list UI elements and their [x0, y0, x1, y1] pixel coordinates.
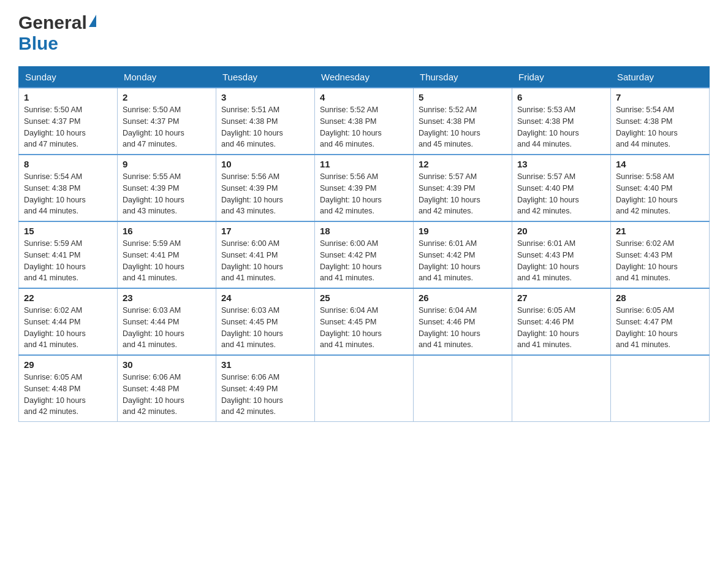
day-number: 16 — [123, 226, 211, 236]
day-number: 22 — [24, 293, 112, 303]
calendar-cell: 6 Sunrise: 5:53 AMSunset: 4:38 PMDayligh… — [512, 88, 611, 155]
day-number: 19 — [419, 226, 507, 236]
calendar-cell: 9 Sunrise: 5:55 AMSunset: 4:39 PMDayligh… — [118, 155, 216, 221]
day-info: Sunrise: 6:06 AMSunset: 4:48 PMDaylight:… — [123, 373, 184, 416]
day-number: 26 — [419, 293, 507, 303]
day-info: Sunrise: 5:56 AMSunset: 4:39 PMDaylight:… — [221, 172, 283, 215]
calendar-cell: 25 Sunrise: 6:04 AMSunset: 4:45 PMDaylig… — [315, 288, 414, 355]
day-info: Sunrise: 6:06 AMSunset: 4:49 PMDaylight:… — [221, 373, 283, 416]
calendar-cell: 30 Sunrise: 6:06 AMSunset: 4:48 PMDaylig… — [118, 355, 216, 422]
logo-triangle-icon — [89, 15, 96, 27]
calendar-cell: 20 Sunrise: 6:01 AMSunset: 4:43 PMDaylig… — [512, 221, 611, 288]
day-info: Sunrise: 5:52 AMSunset: 4:38 PMDaylight:… — [419, 105, 480, 148]
day-number: 3 — [221, 92, 309, 102]
day-number: 13 — [517, 159, 605, 169]
calendar-week-row: 8 Sunrise: 5:54 AMSunset: 4:38 PMDayligh… — [19, 155, 710, 221]
weekday-header-thursday: Thursday — [414, 67, 512, 88]
day-info: Sunrise: 5:51 AMSunset: 4:38 PMDaylight:… — [221, 105, 283, 148]
calendar-week-row: 22 Sunrise: 6:02 AMSunset: 4:44 PMDaylig… — [19, 288, 710, 355]
weekday-header-tuesday: Tuesday — [216, 67, 315, 88]
day-number: 1 — [24, 92, 112, 102]
calendar-cell: 13 Sunrise: 5:57 AMSunset: 4:40 PMDaylig… — [512, 155, 611, 221]
day-info: Sunrise: 6:00 AMSunset: 4:41 PMDaylight:… — [221, 239, 283, 282]
day-number: 9 — [123, 159, 211, 169]
weekday-header-saturday: Saturday — [611, 67, 710, 88]
day-info: Sunrise: 5:52 AMSunset: 4:38 PMDaylight:… — [320, 105, 382, 148]
day-number: 12 — [419, 159, 507, 169]
day-info: Sunrise: 6:01 AMSunset: 4:42 PMDaylight:… — [419, 239, 480, 282]
calendar-cell: 11 Sunrise: 5:56 AMSunset: 4:39 PMDaylig… — [315, 155, 414, 221]
day-number: 14 — [616, 159, 704, 169]
day-number: 10 — [221, 159, 309, 169]
calendar-cell: 31 Sunrise: 6:06 AMSunset: 4:49 PMDaylig… — [216, 355, 315, 422]
day-info: Sunrise: 6:04 AMSunset: 4:45 PMDaylight:… — [320, 306, 382, 349]
calendar-cell: 10 Sunrise: 5:56 AMSunset: 4:39 PMDaylig… — [216, 155, 315, 221]
day-number: 8 — [24, 159, 112, 169]
logo-general: General — [18, 12, 87, 33]
calendar-cell: 16 Sunrise: 5:59 AMSunset: 4:41 PMDaylig… — [118, 221, 216, 288]
calendar-cell: 2 Sunrise: 5:50 AMSunset: 4:37 PMDayligh… — [118, 88, 216, 155]
day-info: Sunrise: 5:53 AMSunset: 4:38 PMDaylight:… — [517, 105, 579, 148]
day-info: Sunrise: 5:54 AMSunset: 4:38 PMDaylight:… — [24, 172, 86, 215]
calendar-cell — [512, 355, 611, 422]
day-info: Sunrise: 5:50 AMSunset: 4:37 PMDaylight:… — [24, 105, 86, 148]
day-number: 20 — [517, 226, 605, 236]
calendar-cell: 1 Sunrise: 5:50 AMSunset: 4:37 PMDayligh… — [19, 88, 118, 155]
calendar-cell: 5 Sunrise: 5:52 AMSunset: 4:38 PMDayligh… — [414, 88, 512, 155]
weekday-header-row: SundayMondayTuesdayWednesdayThursdayFrid… — [19, 67, 710, 88]
weekday-header-monday: Monday — [118, 67, 216, 88]
calendar-cell: 23 Sunrise: 6:03 AMSunset: 4:44 PMDaylig… — [118, 288, 216, 355]
calendar-cell: 28 Sunrise: 6:05 AMSunset: 4:47 PMDaylig… — [611, 288, 710, 355]
calendar-week-row: 15 Sunrise: 5:59 AMSunset: 4:41 PMDaylig… — [19, 221, 710, 288]
calendar-cell — [315, 355, 414, 422]
calendar-table: SundayMondayTuesdayWednesdayThursdayFrid… — [18, 66, 710, 422]
day-number: 18 — [320, 226, 408, 236]
day-info: Sunrise: 6:05 AMSunset: 4:48 PMDaylight:… — [24, 373, 86, 416]
calendar-cell: 12 Sunrise: 5:57 AMSunset: 4:39 PMDaylig… — [414, 155, 512, 221]
day-info: Sunrise: 5:57 AMSunset: 4:40 PMDaylight:… — [517, 172, 579, 215]
day-number: 27 — [517, 293, 605, 303]
logo-blue: Blue — [18, 33, 58, 53]
logo: General Blue — [18, 12, 96, 54]
day-info: Sunrise: 5:55 AMSunset: 4:39 PMDaylight:… — [123, 172, 184, 215]
calendar-cell: 17 Sunrise: 6:00 AMSunset: 4:41 PMDaylig… — [216, 221, 315, 288]
day-info: Sunrise: 6:02 AMSunset: 4:44 PMDaylight:… — [24, 306, 86, 349]
day-info: Sunrise: 5:56 AMSunset: 4:39 PMDaylight:… — [320, 172, 382, 215]
calendar-cell: 7 Sunrise: 5:54 AMSunset: 4:38 PMDayligh… — [611, 88, 710, 155]
day-number: 29 — [24, 359, 112, 370]
day-number: 2 — [123, 92, 211, 102]
day-number: 28 — [616, 293, 704, 303]
day-info: Sunrise: 6:04 AMSunset: 4:46 PMDaylight:… — [419, 306, 480, 349]
day-number: 31 — [221, 359, 309, 370]
calendar-cell: 18 Sunrise: 6:00 AMSunset: 4:42 PMDaylig… — [315, 221, 414, 288]
day-number: 4 — [320, 92, 408, 102]
calendar-cell: 27 Sunrise: 6:05 AMSunset: 4:46 PMDaylig… — [512, 288, 611, 355]
day-info: Sunrise: 5:58 AMSunset: 4:40 PMDaylight:… — [616, 172, 678, 215]
day-number: 17 — [221, 226, 309, 236]
calendar-cell: 29 Sunrise: 6:05 AMSunset: 4:48 PMDaylig… — [19, 355, 118, 422]
day-info: Sunrise: 6:00 AMSunset: 4:42 PMDaylight:… — [320, 239, 382, 282]
calendar-cell: 24 Sunrise: 6:03 AMSunset: 4:45 PMDaylig… — [216, 288, 315, 355]
day-number: 15 — [24, 226, 112, 236]
day-number: 25 — [320, 293, 408, 303]
day-number: 23 — [123, 293, 211, 303]
calendar-cell: 4 Sunrise: 5:52 AMSunset: 4:38 PMDayligh… — [315, 88, 414, 155]
day-number: 30 — [123, 359, 211, 370]
calendar-cell — [414, 355, 512, 422]
calendar-cell — [611, 355, 710, 422]
day-number: 6 — [517, 92, 605, 102]
day-info: Sunrise: 5:54 AMSunset: 4:38 PMDaylight:… — [616, 105, 678, 148]
day-number: 21 — [616, 226, 704, 236]
day-info: Sunrise: 6:02 AMSunset: 4:43 PMDaylight:… — [616, 239, 678, 282]
day-info: Sunrise: 6:03 AMSunset: 4:44 PMDaylight:… — [123, 306, 184, 349]
calendar-cell: 15 Sunrise: 5:59 AMSunset: 4:41 PMDaylig… — [19, 221, 118, 288]
calendar-cell: 14 Sunrise: 5:58 AMSunset: 4:40 PMDaylig… — [611, 155, 710, 221]
calendar-week-row: 1 Sunrise: 5:50 AMSunset: 4:37 PMDayligh… — [19, 88, 710, 155]
page-header: General Blue — [18, 12, 710, 54]
day-info: Sunrise: 6:01 AMSunset: 4:43 PMDaylight:… — [517, 239, 579, 282]
day-number: 7 — [616, 92, 704, 102]
calendar-cell: 22 Sunrise: 6:02 AMSunset: 4:44 PMDaylig… — [19, 288, 118, 355]
calendar-cell: 8 Sunrise: 5:54 AMSunset: 4:38 PMDayligh… — [19, 155, 118, 221]
day-info: Sunrise: 6:05 AMSunset: 4:46 PMDaylight:… — [517, 306, 579, 349]
day-info: Sunrise: 5:57 AMSunset: 4:39 PMDaylight:… — [419, 172, 480, 215]
